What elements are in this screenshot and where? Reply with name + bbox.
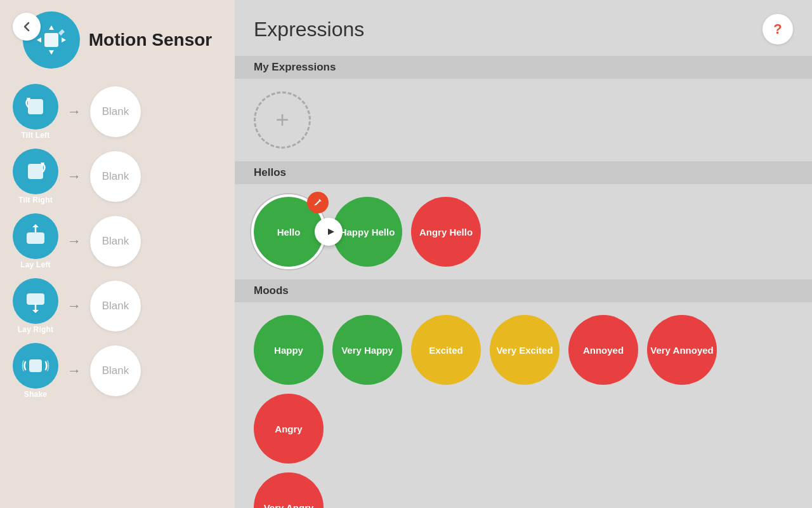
arrow-shake: → — [67, 363, 81, 379]
main-content: Expressions ? My Expressions + Hellos He… — [235, 0, 812, 508]
lay-right-label: Lay Right — [18, 325, 53, 334]
very-annoyed-label: Very Annoyed — [650, 345, 713, 356]
annoyed-label: Annoyed — [583, 345, 624, 356]
lay-left-blank[interactable]: Blank — [90, 216, 141, 267]
very-excited-label: Very Excited — [496, 345, 553, 356]
svg-marker-2 — [49, 50, 54, 55]
hellos-content: Hello Happy Hello — [235, 184, 812, 279]
my-expressions-heading: My Expressions — [235, 56, 812, 79]
tilt-left-blank[interactable]: Blank — [90, 86, 141, 137]
svg-marker-1 — [49, 25, 54, 30]
moods-row-2: Very Angry — [254, 472, 793, 508]
arrow-lay-right: → — [67, 298, 81, 314]
very-annoyed-bubble[interactable]: Very Annoyed — [647, 315, 717, 385]
hellos-heading: Hellos — [235, 161, 812, 184]
svg-marker-11 — [32, 224, 39, 227]
very-angry-label: Very Angry — [264, 502, 314, 509]
sensor-row-lay-right: Lay Right → Blank — [13, 278, 222, 334]
shake-icon[interactable] — [13, 343, 58, 389]
happy-label: Happy — [274, 345, 303, 356]
hello-selected-wrapper: Hello — [254, 197, 324, 267]
svg-rect-12 — [27, 293, 44, 305]
svg-rect-14 — [29, 359, 42, 372]
svg-rect-0 — [44, 33, 58, 47]
sensor-row-shake: Shake → Blank — [13, 343, 222, 399]
sensor-row-lay-left: Lay Left → Blank — [13, 213, 222, 269]
hellos-row: Hello Happy Hello — [254, 197, 793, 267]
svg-rect-10 — [27, 232, 44, 244]
very-excited-bubble[interactable]: Very Excited — [490, 315, 560, 385]
back-button[interactable] — [13, 13, 41, 41]
angry-bubble[interactable]: Angry — [254, 394, 324, 464]
arrow-tilt-left: → — [67, 104, 81, 120]
svg-marker-5 — [58, 29, 65, 36]
hellos-section: Hellos Hello — [235, 161, 812, 279]
very-happy-label: Very Happy — [341, 345, 393, 356]
svg-marker-3 — [37, 37, 41, 43]
angry-label: Angry — [275, 424, 302, 434]
arrow-lay-left: → — [67, 233, 81, 250]
shake-blank[interactable]: Blank — [90, 345, 141, 396]
svg-marker-4 — [62, 37, 66, 43]
excited-bubble[interactable]: Excited — [411, 315, 481, 385]
moods-heading: Moods — [235, 279, 812, 302]
edit-icon[interactable] — [307, 192, 329, 213]
svg-rect-8 — [28, 164, 43, 179]
very-happy-bubble[interactable]: Very Happy — [332, 315, 402, 385]
tilt-right-blank[interactable]: Blank — [90, 151, 141, 202]
arrow-tilt-right: → — [67, 168, 81, 185]
angry-hello-label: Angry Hello — [419, 227, 473, 237]
moods-section: Moods Happy Very Happy Excited Very Exci… — [235, 279, 812, 508]
svg-marker-13 — [32, 310, 39, 313]
page-title: Expressions — [254, 18, 364, 41]
lay-right-icon[interactable] — [13, 278, 58, 324]
device-header: Motion Sensor — [13, 0, 222, 84]
help-button[interactable]: ? — [763, 14, 793, 44]
device-name: Motion Sensor — [89, 29, 212, 51]
angry-hello-bubble[interactable]: Angry Hello — [411, 197, 481, 267]
sensor-row-tilt-right: Tilt Right → Blank — [13, 149, 222, 204]
lay-left-icon[interactable] — [13, 213, 58, 259]
happy-bubble[interactable]: Happy — [254, 315, 324, 385]
very-angry-bubble[interactable]: Very Angry — [254, 472, 324, 508]
tilt-left-label: Tilt Left — [22, 131, 50, 140]
tilt-left-icon[interactable] — [13, 84, 58, 130]
shake-label: Shake — [24, 390, 47, 399]
my-expressions-section: My Expressions + — [235, 56, 812, 161]
lay-right-blank[interactable]: Blank — [90, 281, 141, 331]
tilt-right-icon[interactable] — [13, 149, 58, 194]
add-expression-button[interactable]: + — [254, 91, 311, 149]
hello-label: Hello — [277, 227, 301, 237]
play-icon[interactable] — [315, 218, 343, 246]
lay-left-label: Lay Left — [20, 260, 51, 269]
add-expression-icon: + — [275, 107, 289, 133]
moods-row: Happy Very Happy Excited Very Excited An… — [254, 315, 793, 464]
my-expressions-row: + — [254, 91, 793, 149]
my-expressions-content: + — [235, 79, 812, 161]
sensor-row-tilt-left: Tilt Left → Blank — [13, 84, 222, 140]
moods-content: Happy Very Happy Excited Very Excited An… — [235, 302, 812, 508]
happy-hello-bubble[interactable]: Happy Hello — [332, 197, 402, 267]
sidebar: Motion Sensor Tilt Left → Blank — [0, 0, 235, 508]
excited-label: Excited — [429, 345, 462, 356]
happy-hello-label: Happy Hello — [340, 227, 395, 237]
tilt-right-label: Tilt Right — [18, 196, 53, 204]
annoyed-bubble[interactable]: Annoyed — [568, 315, 638, 385]
main-header: Expressions ? — [235, 0, 812, 56]
svg-marker-15 — [328, 229, 334, 235]
svg-rect-6 — [28, 99, 43, 114]
